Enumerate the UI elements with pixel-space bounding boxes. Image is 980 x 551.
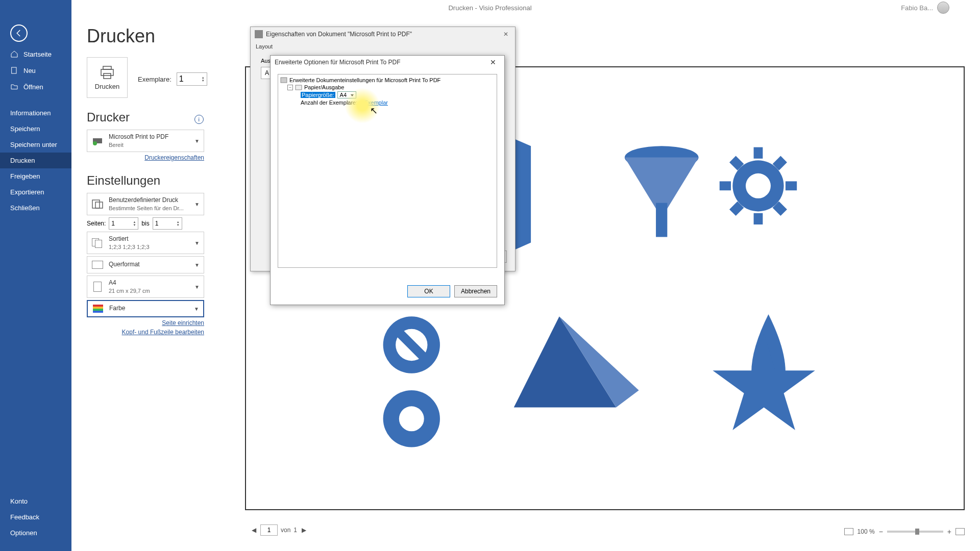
svg-point-11: [746, 173, 771, 198]
tree-paper-row[interactable]: − Papier/Ausgabe: [280, 84, 495, 91]
tree-paper-label: Papier/Ausgabe: [304, 84, 344, 90]
zoom-thumb[interactable]: [915, 529, 919, 535]
zoom-to-page-icon[interactable]: [955, 528, 965, 535]
page-from-input[interactable]: 1▲▼: [109, 217, 138, 230]
funnel-shape: [625, 146, 699, 237]
nav-neu[interactable]: Neu: [0, 62, 71, 79]
dialog-title: Eigenschaften von Dokument "Microsoft Pr…: [266, 31, 412, 38]
copies-row[interactable]: Anzahl der Exemplare: 1 Exemplar: [280, 99, 495, 106]
backstage-sidebar: Startseite Neu Öffnen Informationen Spei…: [0, 0, 71, 551]
paper-size-label: Papiergröße:: [301, 92, 335, 98]
home-icon: [10, 50, 18, 58]
exemplare-spinner[interactable]: 1 ▲▼: [177, 72, 207, 86]
user-name: Fabio Ba...: [901, 4, 933, 12]
nav-schliessen[interactable]: Schließen: [0, 200, 71, 216]
collation-dropdown[interactable]: Sortiert 1;2;3 1;2;3 1;2;3 ▼: [87, 232, 204, 254]
printer-section-label: Drucker: [87, 110, 130, 124]
svg-rect-14: [786, 182, 797, 191]
printer-name: Microsoft Print to PDF: [109, 133, 194, 141]
zoom-slider[interactable]: [887, 531, 943, 533]
custom-print-dropdown[interactable]: Benutzerdefinierter Druck Bestimmte Seit…: [87, 193, 204, 215]
paper-dropdown[interactable]: A4 21 cm x 29,7 cm ▼: [87, 276, 204, 298]
chevron-down-icon: ▼: [194, 284, 200, 290]
close-button[interactable]: ✕: [486, 57, 500, 67]
svg-rect-1: [103, 66, 111, 69]
print-button[interactable]: Drucken: [87, 57, 128, 98]
copies-label: Anzahl der Exemplare:: [301, 99, 357, 106]
page-title: Drucken: [87, 26, 965, 47]
aus-label: Aus: [261, 58, 271, 64]
orientation-dropdown[interactable]: Querformat ▼: [87, 256, 204, 273]
orientation-icon: [91, 259, 104, 271]
nav-label: Konto: [10, 497, 28, 505]
doc-icon: [280, 77, 287, 83]
nav-label: Optionen: [10, 529, 37, 537]
user-badge[interactable]: Fabio Ba...: [901, 2, 949, 14]
svg-point-5: [93, 141, 97, 145]
color-swatch-icon: [92, 303, 104, 315]
nav-label: Informationen: [10, 109, 51, 117]
close-button[interactable]: ✕: [501, 29, 511, 39]
custom-print-icon: [91, 198, 104, 210]
nav-exportieren[interactable]: Exportieren: [0, 184, 71, 200]
layout-tab[interactable]: Layout: [251, 41, 515, 52]
zoom-in-button[interactable]: +: [947, 528, 951, 536]
nav-drucken[interactable]: Drucken: [0, 153, 71, 168]
settings-tree[interactable]: Erweiterte Dokumenteinstellungen für Mic…: [278, 74, 497, 268]
tree-collapse-icon[interactable]: −: [287, 85, 293, 90]
nav-oeffnen[interactable]: Öffnen: [0, 79, 71, 95]
exemplare-label: Exemplare:: [138, 76, 172, 83]
copies-value[interactable]: 1 Exemplar: [359, 99, 388, 106]
chevron-down-icon: ▼: [194, 138, 200, 144]
printer-properties-link[interactable]: Druckereigenschaften: [87, 154, 204, 161]
printer-icon: [99, 65, 115, 80]
nav-optionen[interactable]: Optionen: [0, 525, 71, 541]
prev-page-button[interactable]: ◀: [250, 527, 257, 534]
nav-speichern[interactable]: Speichern: [0, 121, 71, 137]
collation-line2: 1;2;3 1;2;3 1;2;3: [109, 243, 194, 251]
zoom-percent: 100 %: [857, 528, 875, 535]
paper-icon: [91, 281, 104, 293]
paper-size-row[interactable]: Papiergröße: A4: [280, 91, 495, 99]
nav-label: Öffnen: [23, 83, 43, 91]
svg-rect-6: [92, 200, 100, 208]
nav-label: Feedback: [10, 513, 39, 521]
spinner-arrows-icon: ▲▼: [133, 220, 136, 227]
dialog-titlebar[interactable]: Eigenschaften von Dokument "Microsoft Pr…: [251, 27, 515, 41]
header-footer-link[interactable]: Kopf- und Fußzeile bearbeiten: [87, 329, 204, 336]
nav-startseite[interactable]: Startseite: [0, 46, 71, 62]
color-dropdown[interactable]: Farbe ▼: [87, 300, 204, 317]
inner-dialog-titlebar[interactable]: Erweiterte Optionen für Microsoft Print …: [271, 56, 504, 69]
nav-speichern-unter[interactable]: Speichern unter: [0, 137, 71, 153]
printer-status: Bereit: [109, 141, 194, 148]
svg-rect-12: [754, 147, 763, 159]
nav-informationen[interactable]: Informationen: [0, 105, 71, 121]
cancel-button[interactable]: Abbrechen: [454, 285, 497, 297]
nav-feedback[interactable]: Feedback: [0, 509, 71, 525]
tree-root-row[interactable]: Erweiterte Dokumenteinstellungen für Mic…: [280, 77, 495, 84]
open-icon: [10, 83, 18, 91]
dialog-icon: [255, 30, 263, 38]
printer-dropdown[interactable]: Microsoft Print to PDF Bereit ▼: [87, 130, 204, 152]
inner-dialog-title: Erweiterte Optionen für Microsoft Print …: [275, 59, 401, 66]
current-page-input[interactable]: [260, 524, 278, 536]
nav-konto[interactable]: Konto: [0, 493, 71, 509]
star-shape: [713, 334, 815, 430]
page-to-value: 1: [155, 220, 159, 227]
paper-size-dropdown[interactable]: A4: [337, 91, 356, 98]
zoom-out-button[interactable]: −: [879, 528, 883, 536]
ok-button[interactable]: OK: [407, 285, 450, 297]
page-to-input[interactable]: 1▲▼: [153, 217, 182, 230]
gear-shape: [720, 147, 797, 224]
info-icon[interactable]: i: [194, 115, 204, 124]
exemplare-value: 1: [179, 74, 184, 84]
next-page-button[interactable]: ▶: [300, 527, 307, 534]
back-button[interactable]: [10, 24, 28, 42]
zoom-fit-icon[interactable]: [844, 528, 853, 535]
svg-rect-15: [720, 182, 731, 191]
nav-freigeben[interactable]: Freigeben: [0, 168, 71, 184]
spinner-arrows-icon: ▲▼: [202, 76, 205, 82]
page-setup-link[interactable]: Seite einrichten: [87, 319, 204, 327]
app-titlebar: Drucken - Visio Professional Fabio Ba...: [0, 0, 980, 15]
donut-shape: [383, 390, 440, 447]
